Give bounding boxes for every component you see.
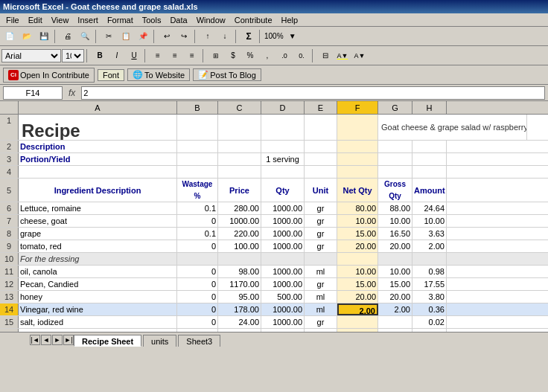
r3g <box>378 153 412 165</box>
r13a: honey <box>19 291 177 303</box>
cut-button[interactable]: ✂ <box>101 28 117 45</box>
percent-button[interactable]: % <box>242 48 258 64</box>
font-color-button[interactable]: A▼ <box>351 48 368 64</box>
menu-insert[interactable]: Insert <box>73 15 103 25</box>
row-1: 1 Recipe Goat cheese & grape salad w/ ra… <box>0 115 548 141</box>
redo-button[interactable]: ↪ <box>176 28 192 45</box>
col-header-b[interactable]: B <box>177 101 218 114</box>
menu-edit[interactable]: Edit <box>24 15 47 25</box>
open-button[interactable]: 📂 <box>19 28 35 45</box>
r10g <box>378 253 412 265</box>
menu-contribute[interactable]: Contribute <box>230 15 277 25</box>
title-text: Microsoft Excel - Goat cheese and grape … <box>3 2 198 11</box>
menu-help[interactable]: Help <box>277 15 303 25</box>
name-box[interactable] <box>3 86 63 100</box>
menu-data[interactable]: Data <box>165 15 191 25</box>
col-header-c[interactable]: C <box>218 101 261 114</box>
align-right-button[interactable]: ≡ <box>184 48 200 64</box>
r7g: 10.00 <box>378 215 412 227</box>
r12b: 0 <box>177 278 218 290</box>
border-button[interactable]: ⊟ <box>317 48 334 64</box>
post-blog-label: Post To Blog <box>210 71 256 80</box>
r7d: 1000.00 <box>261 215 305 227</box>
contribute-logo: Ci <box>8 70 19 80</box>
tab-last-button[interactable]: ►| <box>63 335 74 345</box>
title-bar: Microsoft Excel - Goat cheese and grape … <box>0 0 548 13</box>
r8c: 220.00 <box>218 228 261 240</box>
print-button[interactable]: 🖨 <box>60 28 76 45</box>
r1f <box>337 115 378 140</box>
col-header-g[interactable]: G <box>378 101 412 114</box>
row-15: 15 salt, iodized 0 24.00 1000.00 gr 0.02 <box>0 316 548 329</box>
dec-decimal-button[interactable]: 0. <box>293 48 310 64</box>
to-website-label: To Website <box>144 71 185 80</box>
open-in-contribute-button[interactable]: Ci Open In Contribute <box>3 68 95 83</box>
post-to-blog-button[interactable]: 📝 Post To Blog <box>193 68 261 81</box>
toolbar1: 📄 📂 💾 🖨 🔍 ✂ 📋 📌 ↩ ↪ ↑ ↓ Σ 100% ▼ <box>0 27 548 46</box>
copy-button[interactable]: 📋 <box>118 28 134 45</box>
recipe-name-cell: Goat cheese & grape salad w/ raspberry v… <box>378 115 527 140</box>
col-header-d[interactable]: D <box>261 101 305 114</box>
undo-button[interactable]: ↩ <box>159 28 175 45</box>
col-header-f[interactable]: F <box>337 101 378 114</box>
col-header-e[interactable]: E <box>305 101 337 114</box>
new-button[interactable]: 📄 <box>1 28 18 45</box>
font-button[interactable]: Font <box>98 69 124 81</box>
inc-decimal-button[interactable]: .0 <box>276 48 293 64</box>
r6d: 1000.00 <box>261 202 305 214</box>
r14c: 178.00 <box>218 303 261 315</box>
merge-button[interactable]: ⊞ <box>208 48 224 64</box>
comma-button[interactable]: , <box>259 48 275 64</box>
currency-button[interactable]: $ <box>225 48 241 64</box>
r13f: 20.00 <box>337 291 378 303</box>
row-8: 8 grape 0.1 220.00 1000.00 gr 15.00 16.5… <box>0 228 548 240</box>
r7h: 10.00 <box>412 215 447 227</box>
tab-sheet3[interactable]: Sheet3 <box>178 335 220 347</box>
sort-asc-button[interactable]: ↑ <box>200 28 216 45</box>
align-center-button[interactable]: ≡ <box>167 48 183 64</box>
zoom-btn[interactable]: ▼ <box>284 28 301 45</box>
tab-units[interactable]: units <box>143 335 176 347</box>
italic-button[interactable]: I <box>109 48 125 64</box>
align-left-button[interactable]: ≡ <box>150 48 166 64</box>
formula-input[interactable] <box>81 86 545 100</box>
r12d: 1000.00 <box>261 278 305 290</box>
menu-view[interactable]: View <box>47 15 74 25</box>
col-header-a[interactable]: A <box>19 101 177 114</box>
row-9: 9 tomato, red 0 100.00 1000.00 gr 20.00 … <box>0 240 548 253</box>
font-size-select[interactable]: 10 <box>62 49 84 62</box>
sum-button[interactable]: Σ <box>240 28 257 45</box>
r3c <box>218 153 261 165</box>
fill-color-button[interactable]: A▼ <box>334 48 351 64</box>
r4b <box>177 166 218 178</box>
sort-desc-button[interactable]: ↓ <box>217 28 233 45</box>
sep7 <box>86 49 89 62</box>
to-website-button[interactable]: 🌐 To Website <box>127 68 190 81</box>
underline-button[interactable]: U <box>126 48 142 64</box>
r13e: ml <box>305 291 337 303</box>
tab-next-button[interactable]: ► <box>52 335 63 345</box>
menu-window[interactable]: Window <box>192 15 230 25</box>
menu-file[interactable]: File <box>1 15 24 25</box>
row-num-2: 2 <box>0 141 19 152</box>
tab-first-button[interactable]: |◄ <box>30 335 40 345</box>
tab-recipe-sheet[interactable]: Recipe Sheet <box>74 335 141 347</box>
menu-tools[interactable]: Tools <box>138 15 166 25</box>
r10h <box>412 253 447 265</box>
r12g: 15.00 <box>378 278 412 290</box>
paste-button[interactable]: 📌 <box>135 28 151 45</box>
save-button[interactable]: 💾 <box>36 28 52 45</box>
col-headers: A B C D E F G H <box>0 101 548 115</box>
r8h: 3.63 <box>412 228 447 240</box>
menu-format[interactable]: Format <box>103 15 138 25</box>
tab-prev-button[interactable]: ◄ <box>41 335 51 345</box>
font-name-select[interactable]: Arial <box>1 49 61 62</box>
sep5 <box>235 30 238 43</box>
r15b: 0 <box>177 316 218 328</box>
r4f <box>337 166 378 178</box>
r1b <box>177 115 218 140</box>
preview-button[interactable]: 🔍 <box>77 28 93 45</box>
col-header-h[interactable]: H <box>412 101 447 114</box>
header-qty: Qty <box>261 179 305 202</box>
bold-button[interactable]: B <box>92 48 108 64</box>
